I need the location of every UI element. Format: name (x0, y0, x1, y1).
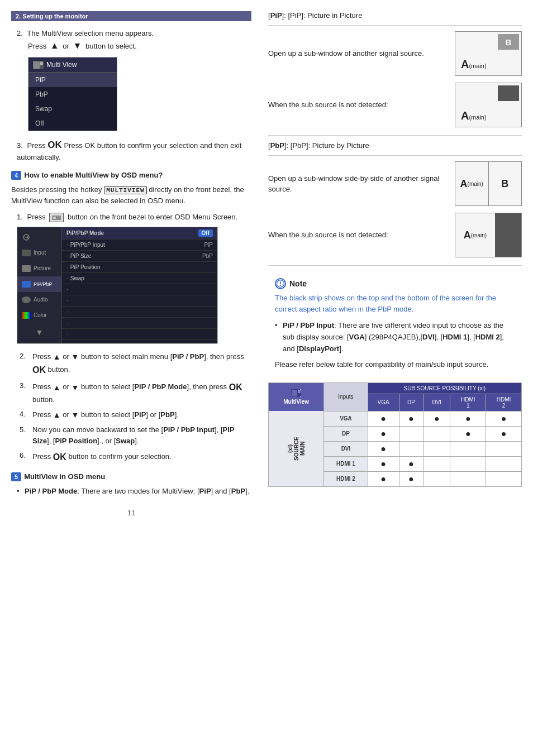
section5-bullets: PiP / PbP Mode: There are two modes for … (17, 486, 251, 497)
menu-item-pbp[interactable]: PbP (28, 87, 117, 102)
step2-press: Press (28, 42, 46, 50)
osd-step1: 1. Press button on the front bezel to en… (11, 213, 251, 222)
cell-dvi-hdmi2 (486, 441, 522, 456)
multiview-menu-title-text: Multi View (46, 60, 77, 70)
osd-step1-number: 1. (17, 213, 23, 221)
pbp-inner-divider (268, 155, 522, 156)
svg-rect-2 (40, 62, 43, 65)
cell-dp-vga: ● (368, 426, 399, 441)
multiview-cell: MultiView (269, 382, 324, 411)
menu-item-off[interactable]: Off (28, 116, 117, 131)
note-divider (268, 265, 522, 266)
page-number: 11 (11, 509, 251, 517)
col-dp: DP (399, 394, 423, 411)
multiview-menu-title: Multi View (28, 58, 117, 73)
osd-steps-list: 2. Press ▲ or ▼ button to select main me… (17, 351, 251, 465)
pip-diagram-open: A(main) B (455, 31, 522, 76)
osd-row-swap: · Swap (62, 273, 217, 284)
cell-vga-hdmi1: ● (450, 411, 486, 426)
note-blue-text: The black strip shows on the top and the… (275, 293, 515, 314)
cell-dvi-dvi (423, 441, 450, 456)
cell-vga-dvi: ● (423, 411, 450, 426)
pip-open-text: Open up a sub-window of another signal s… (268, 48, 447, 59)
cell-dp-dvi (423, 426, 450, 441)
cell-dp-hdmi2: ● (486, 426, 522, 441)
menu-item-swap[interactable]: Swap (28, 102, 117, 116)
pip-not-detected-row: When the sub source is not detected: A(m… (268, 83, 522, 127)
section5-heading-text: MultiView in OSD menu (24, 472, 105, 481)
down-arrow-icon: ▼ (73, 41, 82, 50)
osd-button-icon (49, 213, 64, 222)
section4-heading-text: How to enable MultiView by OSD menu? (24, 171, 163, 179)
compat-header-row: MultiView Inputs SUB SOURCE POSSIBILITY … (269, 382, 522, 394)
osd-step3: 3. Press ▲ or ▼ button to select [PiP / … (17, 380, 251, 406)
scroll-down-icon: ▼ (36, 328, 44, 337)
osd-row-size: · PiP Size PbP (62, 251, 217, 262)
cell-hdmi2-dp: ● (399, 471, 423, 486)
osd-sidebar-audio[interactable]: Audio (17, 292, 61, 308)
multiview-menu: Multi View PiP PbP Swap Off (28, 57, 117, 131)
main-source-label: MAINSOURCE(xl) (269, 411, 324, 486)
multiview-icon (33, 61, 43, 69)
osd-step5: 5. Now you can move backward to set the … (17, 424, 251, 448)
cell-hdmi2-vga: ● (368, 471, 399, 486)
section4-heading: 4 How to enable MultiView by OSD menu? (11, 171, 251, 180)
input-icon (22, 250, 31, 256)
osd-sidebar-scroll-down[interactable]: ▼ (17, 323, 61, 341)
pip-icon (22, 281, 31, 288)
cell-dp-dp (399, 426, 423, 441)
pbp-nd-sub: (main) (471, 232, 487, 238)
svg-rect-12 (298, 390, 301, 393)
pip-nd-main-label: A(main) (461, 109, 487, 122)
cell-hdmi1-vga: ● (368, 456, 399, 471)
note-icon (275, 278, 286, 289)
left-column: 2. Setting up the monitor 2. The MultiVi… (11, 11, 251, 745)
pip-sub-label: B (498, 34, 519, 50)
osd-row-position: · PiP Position (62, 262, 217, 273)
cell-hdmi2-hdmi1 (450, 471, 486, 486)
pip-header: [PiP]: [PiP]: Picture in Picture (268, 11, 522, 20)
inputs-cell: Inputs (324, 382, 368, 411)
osd-row-9: · (62, 329, 217, 340)
osd-sidebar-picture[interactable]: Picture (17, 261, 61, 276)
osd-step1-press: Press (27, 213, 45, 221)
section5-bullet1: PiP / PbP Mode: There are two modes for … (17, 486, 251, 497)
col-dvi: DVI (423, 394, 450, 411)
pbp-not-detected-text: When the sub source is not detected: (268, 229, 447, 241)
pip-open-row: Open up a sub-window of another signal s… (268, 31, 522, 76)
pbp-left-label: A(main) (455, 162, 489, 205)
step3-press: Press OK Press OK button to confirm your… (17, 141, 241, 162)
sub-source-header: SUB SOURCE POSSIBILITY (xl) (368, 382, 521, 394)
step2-or: or (63, 42, 69, 50)
pbp-right-label: B (489, 162, 522, 205)
cell-dvi-dp (399, 441, 423, 456)
menu-item-pip[interactable]: PiP (28, 73, 117, 87)
row-label-hdmi1: HDMI 1 (324, 456, 368, 471)
pbp-open-row: Open up a sub-window side-by-side of ano… (268, 161, 522, 206)
page-container: 2. Setting up the monitor 2. The MultiVi… (0, 0, 533, 756)
svg-rect-1 (34, 62, 40, 69)
col-vga: VGA (368, 394, 399, 411)
osd-row-7: · (62, 307, 217, 318)
osd-sidebar-pipbp[interactable]: PiP/PbP (17, 276, 61, 292)
osd-sidebar-input[interactable]: Input (17, 245, 61, 261)
step2-button-select: button to select. (85, 42, 137, 50)
pip-divider (268, 25, 522, 26)
up-arrow-icon: ▲ (50, 41, 59, 50)
osd-sidebar: Input Picture PiP/PbP Audio (17, 227, 62, 343)
step2-intro: The MultiView selection menu appears. (27, 29, 154, 37)
cell-vga-vga: ● (368, 411, 399, 426)
step2-number: 2. (17, 29, 23, 37)
pbp-section: [PbP]: [PbP]: Picture by Picture Open up… (268, 141, 522, 257)
pip-not-detected-text: When the sub source is not detected: (268, 99, 447, 111)
pbp-diagram-open: A(main) B (455, 161, 522, 206)
section4: 4 How to enable MultiView by OSD menu? B… (11, 171, 251, 465)
cell-hdmi2-hdmi2 (486, 471, 522, 486)
pbp-not-detected-row: When the sub source is not detected: A(m… (268, 213, 522, 257)
step3-container: 3. Press OK Press OK button to confirm y… (11, 138, 251, 163)
osd-step1-suffix: button on the front bezel to enter OSD M… (68, 213, 237, 221)
osd-sidebar-color[interactable]: Color (17, 308, 61, 323)
note-header: Note (275, 278, 515, 289)
osd-row-6: · (62, 295, 217, 307)
osd-step6: 6. Press OK button to confirm your selec… (17, 450, 251, 465)
